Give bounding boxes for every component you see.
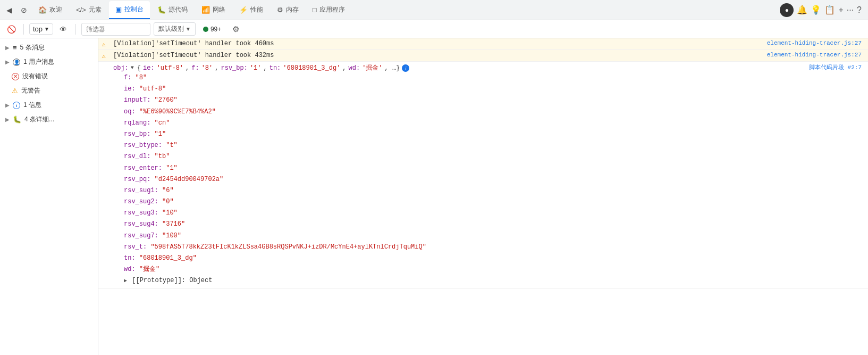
obj-properties: f: "8" ie: "utf-8" inputT: "2760" oq: "%… bbox=[124, 72, 803, 287]
level-chevron-icon: ▼ bbox=[186, 26, 191, 32]
expand-arrow-messages: ▶ bbox=[5, 45, 10, 51]
info-label: 1 信息 bbox=[23, 101, 41, 110]
messages-icon: ≡ bbox=[13, 44, 17, 52]
sidebar-item-debug[interactable]: ▶ 🐛 4 条详细... bbox=[0, 112, 98, 127]
log-level-select[interactable]: 默认级别 ▼ bbox=[154, 22, 196, 36]
no-entry-button[interactable]: ⊘ bbox=[17, 3, 31, 17]
network-icon: 📶 bbox=[201, 6, 210, 14]
errors-label: 没有错误 bbox=[22, 72, 48, 81]
violation-text-2: [Violation]'setTimeout' handler took 432… bbox=[109, 50, 765, 61]
violation-row-2: ⚠ [Violation]'setTimeout' handler took 4… bbox=[98, 50, 868, 62]
sources-icon: 🐛 bbox=[157, 6, 166, 14]
prop-rsv_dl: rsv_dl: "tb" bbox=[124, 151, 803, 162]
expand-arrow-debug: ▶ bbox=[5, 117, 10, 122]
messages-label: 5 条消息 bbox=[20, 43, 45, 52]
obj-expand-toggle[interactable] bbox=[131, 65, 134, 71]
performance-icon: ⚡ bbox=[239, 6, 248, 14]
warnings-label: 无警告 bbox=[21, 86, 40, 95]
tab-performance[interactable]: ⚡ 性能 bbox=[233, 1, 269, 19]
clear-console-button[interactable]: 🚫 bbox=[4, 22, 18, 36]
console-icon: ▣ bbox=[115, 5, 122, 13]
obj-header: obj: { ie: 'utf-8' , f: '8' , rsv_bp: '1… bbox=[113, 63, 803, 72]
debug-icon: 🐛 bbox=[13, 115, 21, 123]
tab-application[interactable]: □ 应用程序 bbox=[306, 1, 351, 19]
badge-dot bbox=[203, 27, 208, 32]
prop-rsv_sug3: rsv_sug3: "10" bbox=[124, 208, 803, 219]
tab-sources[interactable]: 🐛 源代码 bbox=[151, 1, 194, 19]
prop-wd: wd: "掘金" bbox=[124, 264, 803, 275]
violation-row-1: ⚠ [Violation]'setTimeout' handler took 4… bbox=[98, 38, 868, 50]
divider-1 bbox=[23, 24, 24, 35]
debug-label: 4 条详细... bbox=[24, 115, 54, 124]
console-settings-button[interactable]: ⚙ bbox=[229, 22, 242, 36]
violation-icon-1: ⚠ bbox=[98, 38, 109, 48]
devtools-tab-bar: ◀ ⊘ 🏠 欢迎 </> 元素 ▣ 控制台 🐛 源代码 📶 网络 ⚡ 性能 ⚙ … bbox=[0, 0, 868, 20]
prop-oq: oq: "%E6%90%9C%E7%B4%A2" bbox=[124, 106, 803, 118]
violation-source-2[interactable]: element-hiding-tracer.js:27 bbox=[765, 50, 868, 60]
sidebar-item-messages[interactable]: ▶ ≡ 5 条消息 bbox=[0, 40, 98, 55]
prop-tn: tn: "68018901_3_dg" bbox=[124, 253, 803, 264]
home-icon: 🏠 bbox=[38, 6, 47, 14]
lightbulb-icon[interactable]: 💡 bbox=[811, 5, 821, 15]
violation-source-1[interactable]: element-hiding-tracer.js:27 bbox=[765, 38, 868, 48]
divider-2 bbox=[75, 24, 76, 35]
errors-icon: ✕ bbox=[12, 73, 19, 80]
tab-network[interactable]: 📶 网络 bbox=[195, 1, 232, 19]
obj-source[interactable]: 脚本代码片段 #2:7 bbox=[807, 62, 868, 73]
prop-prototype[interactable]: [[Prototype]]: Object bbox=[124, 275, 803, 286]
sidebar-item-warnings[interactable]: ⚠ 无警告 bbox=[0, 84, 98, 98]
prop-rsv_bp: rsv_bp: "1" bbox=[124, 129, 803, 140]
obj-main: obj: { ie: 'utf-8' , f: '8' , rsv_bp: '1… bbox=[109, 62, 807, 288]
sidebar: ▶ ≡ 5 条消息 ▶ 👤 1 用户消息 ✕ 没有错误 ⚠ 无警告 ▶ i 1 … bbox=[0, 38, 98, 355]
help-button[interactable]: ? bbox=[857, 5, 862, 15]
warnings-icon: ⚠ bbox=[12, 87, 18, 95]
sidebar-item-errors[interactable]: ✕ 没有错误 bbox=[0, 69, 98, 84]
chevron-down-icon: ▼ bbox=[44, 26, 49, 32]
prop-rsv_sug2: rsv_sug2: "0" bbox=[124, 196, 803, 208]
violation-text-1: [Violation]'setTimeout' handler took 460… bbox=[109, 38, 765, 49]
info-icon: i bbox=[13, 102, 20, 109]
obj-row: obj: { ie: 'utf-8' , f: '8' , rsv_bp: '1… bbox=[98, 62, 868, 289]
context-label: top bbox=[33, 25, 43, 33]
add-tab-button[interactable]: + bbox=[838, 5, 843, 15]
expand-arrow-info: ▶ bbox=[5, 102, 10, 108]
device-icon[interactable]: 📋 bbox=[824, 5, 835, 15]
warn-triangle-2: ⚠ bbox=[102, 52, 105, 60]
prop-inputT: inputT: "2760" bbox=[124, 95, 803, 106]
obj-info-icon[interactable]: i bbox=[402, 64, 409, 72]
elements-icon: </> bbox=[76, 6, 86, 14]
filter-input[interactable] bbox=[81, 23, 150, 36]
memory-icon: ⚙ bbox=[277, 6, 283, 14]
eye-button[interactable]: 👁 bbox=[56, 22, 70, 36]
prop-ie: ie: "utf-8" bbox=[124, 84, 803, 95]
prototype-expand[interactable] bbox=[124, 277, 127, 285]
tab-console[interactable]: ▣ 控制台 bbox=[109, 1, 150, 19]
prop-f: f: "8" bbox=[124, 72, 803, 84]
sidebar-item-info[interactable]: ▶ i 1 信息 bbox=[0, 98, 98, 112]
user-messages-label: 1 用户消息 bbox=[23, 57, 54, 67]
tab-elements[interactable]: </> 元素 bbox=[70, 1, 108, 19]
context-selector[interactable]: top ▼ bbox=[29, 23, 53, 35]
prop-rsv_t: rsv_t: "598fAS5T78kkZ23tFIcK1kZLSsa4GB8s… bbox=[124, 242, 803, 253]
application-icon: □ bbox=[313, 6, 317, 14]
tab-memory[interactable]: ⚙ 内存 bbox=[271, 1, 305, 19]
prop-rsv_pq: rsv_pq: "d2454dd90049702a" bbox=[124, 174, 803, 185]
console-output: ⚠ [Violation]'setTimeout' handler took 4… bbox=[98, 38, 868, 355]
user-messages-icon: 👤 bbox=[13, 59, 20, 66]
back-button[interactable]: ◀ bbox=[2, 3, 16, 17]
level-label: 默认级别 bbox=[158, 24, 184, 34]
sidebar-item-user-messages[interactable]: ▶ 👤 1 用户消息 bbox=[0, 55, 98, 69]
prop-rsv_btype: rsv_btype: "t" bbox=[124, 140, 803, 151]
expand-arrow-user: ▶ bbox=[5, 59, 10, 65]
warn-triangle-1: ⚠ bbox=[102, 40, 105, 48]
profile-icon[interactable]: ● bbox=[780, 3, 794, 17]
tab-welcome[interactable]: 🏠 欢迎 bbox=[32, 1, 69, 19]
main-area: ▶ ≡ 5 条消息 ▶ 👤 1 用户消息 ✕ 没有错误 ⚠ 无警告 ▶ i 1 … bbox=[0, 38, 868, 355]
more-options-button[interactable]: ··· bbox=[847, 5, 854, 15]
message-count-badge[interactable]: 99+ bbox=[199, 24, 225, 34]
prop-rsv_enter: rsv_enter: "1" bbox=[124, 163, 803, 174]
prop-rsv_sug7: rsv_sug7: "100" bbox=[124, 230, 803, 242]
notification-icon[interactable]: 🔔 bbox=[797, 5, 807, 15]
prop-rqlang: rqlang: "cn" bbox=[124, 118, 803, 129]
obj-label: obj: bbox=[113, 64, 129, 72]
